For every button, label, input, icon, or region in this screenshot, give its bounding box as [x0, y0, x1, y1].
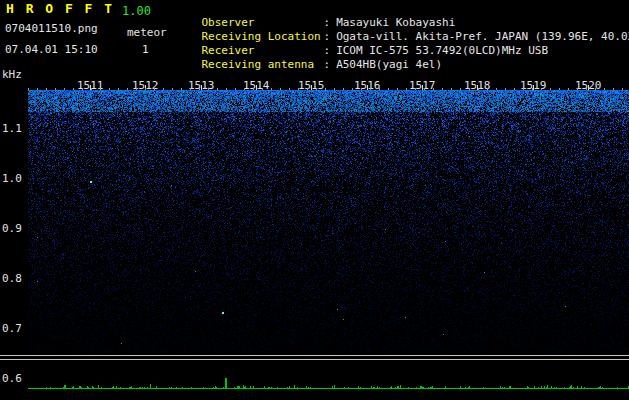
freq-tick-label: 1.0 — [2, 172, 22, 185]
app-version: 1.00 — [122, 5, 151, 17]
hrofft-screen: H R O F F T 1.00 0704011510.png meteor 0… — [0, 0, 629, 400]
signal-trace-canvas — [28, 372, 629, 398]
divider-line — [0, 355, 629, 356]
info-separator: : — [324, 58, 331, 71]
freq-tick-label: 1.1 — [2, 122, 22, 135]
freq-tick-label: 0.7 — [2, 322, 22, 335]
freq-tick-label: 0.8 — [2, 272, 22, 285]
freq-tick-label: 0.9 — [2, 222, 22, 235]
info-row-antenna: Receiving antenna:A504HB(yagi 4el) — [175, 47, 442, 83]
info-value: A504HB(yagi 4el) — [336, 58, 442, 71]
spectrogram-canvas — [28, 90, 629, 354]
info-label: Receiving antenna — [202, 59, 324, 71]
sequence-counter: 1 — [142, 44, 149, 56]
mode-label: meteor — [127, 27, 167, 39]
app-title: H R O F F T — [6, 3, 114, 15]
freq-tick-label: 0.6 — [2, 372, 22, 385]
freq-axis-unit: kHz — [2, 68, 22, 81]
observation-datetime: 07.04.01 15:10 — [5, 44, 98, 56]
output-filename: 0704011510.png — [5, 23, 98, 35]
divider-line — [0, 359, 629, 360]
